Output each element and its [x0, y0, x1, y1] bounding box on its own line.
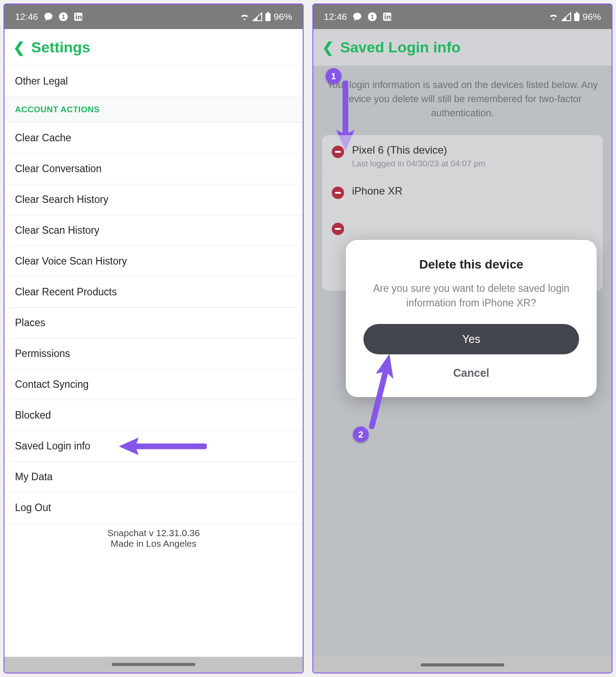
row-places[interactable]: Places [4, 308, 303, 338]
remove-device-icon[interactable] [332, 223, 344, 235]
back-chevron-icon[interactable]: ❮ [322, 40, 334, 55]
row-label: Saved Login info [15, 440, 90, 452]
chat-bubble-icon [44, 12, 53, 22]
device-name: Pixel 6 (This device) [352, 144, 485, 156]
header: ❮ Saved Login info [313, 29, 612, 66]
row-contact-syncing[interactable]: Contact Syncing [4, 369, 303, 400]
row-label: Clear Scan History [15, 224, 99, 236]
device-name: iPhone XR [352, 185, 403, 197]
remove-device-icon[interactable] [332, 187, 344, 199]
annotation-badge-2: 2 [353, 427, 369, 442]
modal-body: Are you sure you want to delete saved lo… [363, 281, 579, 311]
row-label: My Data [15, 471, 53, 482]
row-saved-login-info[interactable]: Saved Login info [4, 431, 303, 462]
page-title: Settings [31, 39, 90, 56]
row-other-legal[interactable]: Other Legal [4, 66, 303, 97]
row-my-data[interactable]: My Data [4, 462, 303, 493]
row-label: Permissions [15, 348, 70, 359]
signal-icon [253, 12, 262, 21]
status-time: 12:46 [324, 11, 347, 22]
delete-device-modal: Delete this device Are you sure you want… [346, 240, 597, 397]
battery-icon [574, 12, 580, 22]
home-indicator[interactable] [112, 663, 195, 666]
home-indicator[interactable] [421, 663, 504, 666]
row-clear-cache[interactable]: Clear Cache [4, 123, 303, 154]
svg-rect-13 [576, 12, 578, 13]
wifi-icon [239, 12, 250, 21]
linkedin-icon [73, 12, 83, 22]
device-row [322, 206, 603, 242]
signal-icon [561, 12, 571, 21]
svg-text:1: 1 [370, 14, 374, 20]
status-bar: 12:46 1 96% [4, 4, 303, 29]
row-label: Clear Conversation [15, 163, 102, 174]
back-chevron-icon[interactable]: ❮ [13, 40, 25, 55]
nav-bar-bg [4, 657, 303, 673]
annotation-arrow-icon [114, 435, 207, 457]
footer-version: Snapchat v 12.31.0.36 [4, 528, 303, 538]
battery-icon [265, 12, 271, 22]
row-label: Clear Search History [15, 194, 108, 205]
footer-made: Made in Los Angeles [4, 538, 303, 549]
row-blocked[interactable]: Blocked [4, 400, 303, 431]
device-row: Pixel 6 (This device) Last logged in 04/… [322, 135, 603, 176]
one-badge-icon: 1 [59, 12, 68, 22]
svg-rect-6 [267, 12, 269, 13]
app-footer: Snapchat v 12.31.0.36 Made in Los Angele… [4, 523, 303, 562]
device-sub: Last logged in 04/30/23 at 04:07 pm [352, 159, 485, 169]
status-battery: 96% [274, 11, 292, 22]
row-label: Contact Syncing [15, 379, 88, 390]
row-permissions[interactable]: Permissions [4, 338, 303, 369]
row-clear-conversation[interactable]: Clear Conversation [4, 154, 303, 184]
row-label: Places [15, 317, 45, 328]
row-label: Other Legal [15, 75, 68, 87]
settings-list[interactable]: Other Legal ACCOUNT ACTIONS Clear Cache … [4, 66, 303, 657]
remove-device-icon[interactable] [332, 146, 344, 158]
row-clear-recent-products[interactable]: Clear Recent Products [4, 277, 303, 308]
annotation-badge-1: 1 [326, 68, 341, 84]
svg-text:1: 1 [62, 14, 65, 20]
yes-button[interactable]: Yes [363, 324, 579, 354]
row-clear-scan-history[interactable]: Clear Scan History [4, 215, 303, 246]
svg-rect-5 [265, 13, 271, 21]
chat-bubble-icon [352, 12, 362, 22]
row-label: Clear Recent Products [15, 286, 117, 298]
svg-rect-12 [574, 13, 579, 21]
row-log-out[interactable]: Log Out [4, 493, 303, 523]
status-time: 12:46 [15, 11, 38, 22]
device-row: iPhone XR [322, 176, 603, 206]
svg-point-4 [75, 14, 77, 15]
row-clear-search-history[interactable]: Clear Search History [4, 184, 303, 215]
cancel-button[interactable]: Cancel [363, 362, 579, 384]
phone-settings: 12:46 1 96% ❮ Settings [4, 4, 304, 673]
intro-text: Your login information is saved on the d… [313, 66, 612, 135]
status-bar: 12:46 1 96% [313, 4, 612, 29]
svg-rect-3 [76, 16, 77, 19]
page-title: Saved Login info [340, 39, 461, 56]
phone-saved-login: 12:46 1 96% ❮ Saved Login info Y [312, 4, 612, 673]
row-label: Blocked [15, 409, 51, 421]
status-battery: 96% [583, 11, 601, 22]
content: Your login information is saved on the d… [313, 66, 612, 673]
wifi-icon [548, 12, 559, 21]
row-clear-voice-scan-history[interactable]: Clear Voice Scan History [4, 246, 303, 277]
row-label: Log Out [15, 502, 51, 513]
svg-point-11 [384, 14, 385, 15]
modal-title: Delete this device [363, 258, 579, 272]
row-label: Clear Cache [15, 132, 71, 143]
row-label: Clear Voice Scan History [15, 255, 127, 267]
svg-rect-10 [385, 16, 386, 19]
section-account-actions: ACCOUNT ACTIONS [4, 97, 303, 123]
linkedin-icon [382, 12, 392, 22]
header: ❮ Settings [4, 29, 303, 66]
one-badge-icon: 1 [367, 12, 377, 22]
